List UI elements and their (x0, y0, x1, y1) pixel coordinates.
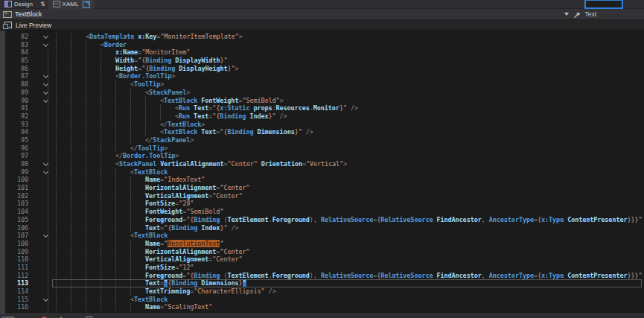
code-line-107[interactable]: 107<TextBlock (0, 232, 644, 240)
code-line-97[interactable]: 97</Border.ToolTip> (0, 152, 644, 160)
line-number: 115 (0, 296, 28, 304)
code-line-100[interactable]: 100Name="IndexText" (0, 176, 644, 184)
indent-guide (86, 240, 86, 248)
popout-window-icon[interactable] (83, 1, 90, 8)
code-line-90[interactable]: 90<TextBlock FontWeight="SemiBold"> (0, 97, 644, 105)
indent-guide (86, 48, 86, 57)
code-text: FontSize="28" (145, 200, 194, 208)
line-number: 95 (0, 136, 28, 144)
indent-guide (71, 248, 71, 256)
indent-guide (115, 184, 116, 192)
collapse-chevron-icon[interactable] (43, 89, 48, 95)
code-line-96[interactable]: 96</ToolTip> (0, 144, 644, 153)
code-line-106[interactable]: 106Text="{Binding Index}" /> (0, 224, 644, 232)
indent-guide (130, 136, 131, 144)
indent-guide (56, 216, 57, 224)
code-line-102[interactable]: 102VerticalAlignment="Center" (0, 192, 644, 200)
code-line-110[interactable]: 110VerticalAlignment="Center" (0, 255, 644, 264)
tab-design[interactable]: Design (0, 0, 37, 9)
code-line-89[interactable]: 89<StackPanel> (0, 89, 644, 97)
code-line-91[interactable]: 91<Run Text="{x:Static props:Resources.M… (0, 104, 644, 112)
xaml-view-icon: <> (53, 1, 60, 7)
indent-guide (101, 287, 101, 296)
element-breadcrumb-bar: TextBlock Text (0, 9, 644, 20)
code-line-104[interactable]: 104FontWeight="SemiBold" (0, 208, 644, 216)
indent-guide (56, 240, 57, 248)
code-line-85[interactable]: 85Width="{Binding DisplayWidth}" (0, 57, 644, 65)
indent-guide (115, 216, 116, 224)
code-line-105[interactable]: 105Foreground="{Binding (TextElement.For… (0, 216, 644, 224)
indent-guide (71, 136, 71, 144)
code-line-103[interactable]: 103FontSize="28" (0, 200, 644, 208)
code-line-113[interactable]: 113Text="{Binding Dimensions}" (0, 279, 644, 287)
collapse-chevron-icon[interactable] (43, 296, 48, 302)
collapse-chevron-icon[interactable] (43, 169, 48, 174)
code-line-93[interactable]: 93</TextBlock> (0, 121, 644, 129)
indent-guide (71, 80, 71, 89)
code-line-115[interactable]: 115<TextBlock (0, 296, 644, 304)
line-number: 112 (0, 272, 28, 280)
code-line-84[interactable]: 84x:Name="MonitorItem" (0, 48, 644, 57)
code-line-86[interactable]: 86Height="{Binding DisplayHeight}"> (0, 65, 644, 73)
indent-guide (130, 128, 131, 136)
breadcrumb-element-label[interactable]: TextBlock (15, 10, 42, 18)
live-preview-label: Live Preview (16, 22, 51, 29)
code-line-108[interactable]: 108Name="ResolutionText" (0, 240, 644, 248)
collapse-chevron-icon[interactable] (43, 34, 48, 39)
live-preview-bar[interactable]: Live Preview (0, 20, 644, 31)
indent-guide (86, 272, 86, 280)
line-number: 82 (0, 33, 28, 41)
code-line-112[interactable]: 112Foreground="{Binding (TextElement.For… (0, 272, 644, 280)
code-line-87[interactable]: 87<Border.ToolTip> (0, 72, 644, 80)
line-number: 110 (0, 255, 28, 264)
code-line-94[interactable]: 94<TextBlock Text="{Binding Dimensions}"… (0, 128, 644, 136)
line-number: 90 (0, 97, 28, 105)
collapse-chevron-icon[interactable] (43, 42, 48, 47)
code-line-99[interactable]: 99<TextBlock (0, 168, 644, 177)
collapse-chevron-icon[interactable] (43, 81, 48, 86)
tab-xaml[interactable]: <> XAML (48, 0, 95, 9)
line-number: 106 (0, 224, 28, 232)
code-text: Text="{Binding Dimensions}" (145, 279, 246, 287)
code-text: TextTrimming="CharacterEllipsis" /> (145, 287, 276, 296)
collapse-chevron-icon[interactable] (43, 73, 48, 78)
indent-guide (71, 128, 71, 136)
indent-guide (101, 48, 101, 57)
code-line-83[interactable]: 83<Border (0, 41, 644, 49)
code-line-95[interactable]: 95</StackPanel> (0, 136, 644, 144)
code-line-109[interactable]: 109HorizontalAlignment="Center" (0, 248, 644, 256)
indent-guide (56, 303, 57, 311)
code-line-111[interactable]: 111FontSize="12" (0, 264, 644, 272)
code-line-98[interactable]: 98<StackPanel VerticalAlignment="Center"… (0, 160, 644, 168)
line-number: 94 (0, 128, 28, 136)
indent-guide (56, 112, 57, 121)
indent-guide (130, 192, 131, 200)
code-line-82[interactable]: 82<DataTemplate x:Key="MonitorItemTempla… (0, 33, 644, 41)
indent-guide (56, 168, 57, 177)
indent-guide (101, 240, 101, 248)
collapse-chevron-icon[interactable] (43, 97, 48, 102)
indent-guide (130, 112, 131, 121)
code-line-114[interactable]: 114TextTrimming="CharacterEllipsis" /> (0, 287, 644, 296)
indent-guide (86, 89, 86, 97)
indent-guide (101, 272, 101, 280)
line-number: 109 (0, 248, 28, 256)
indent-guide (101, 144, 101, 153)
code-line-101[interactable]: 101HorizontalAlignment="Center" (0, 184, 644, 192)
code-line-92[interactable]: 92<Run Text="{Binding Index}" /> (0, 112, 644, 121)
line-number: 101 (0, 184, 28, 192)
indent-guide (115, 303, 116, 311)
chevron-down-icon[interactable] (564, 13, 569, 16)
indent-guide (86, 248, 86, 256)
swap-panes-icon[interactable]: ⇅ (40, 1, 45, 8)
indent-guide (115, 279, 116, 287)
line-number: 116 (0, 303, 28, 311)
focused-toolbar-box[interactable] (584, 0, 623, 9)
indent-guide (86, 97, 86, 105)
collapse-chevron-icon[interactable] (43, 161, 48, 166)
collapse-chevron-icon[interactable] (43, 232, 48, 238)
code-line-116[interactable]: 116Name="ScalingText" (0, 303, 644, 311)
code-line-88[interactable]: 88<ToolTip> (0, 80, 644, 89)
code-editor[interactable]: 82<DataTemplate x:Key="MonitorItemTempla… (0, 31, 644, 314)
indent-guide (86, 208, 86, 216)
